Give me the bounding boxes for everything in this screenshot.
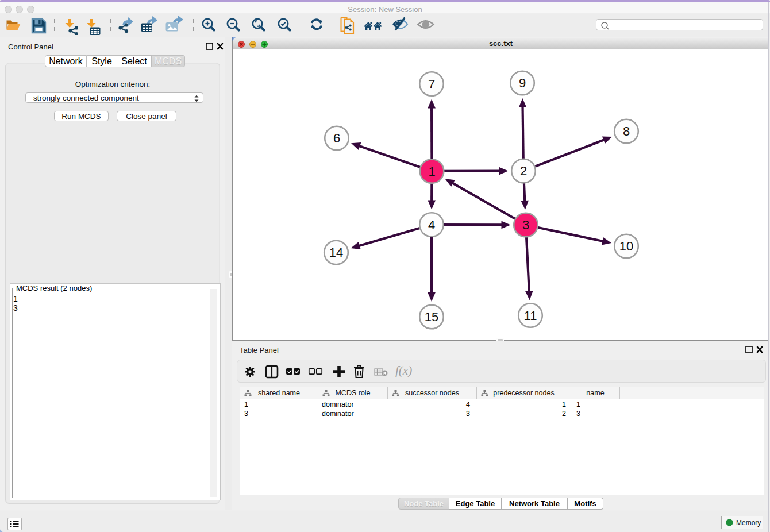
svg-text:8: 8 xyxy=(623,124,630,138)
svg-text:15: 15 xyxy=(425,310,438,324)
svg-text:6: 6 xyxy=(333,131,340,145)
svg-text:10: 10 xyxy=(619,239,633,253)
svg-text:2: 2 xyxy=(520,164,527,178)
svg-text:11: 11 xyxy=(524,309,537,323)
svg-text:1: 1 xyxy=(428,164,435,179)
svg-text:14: 14 xyxy=(329,245,343,260)
svg-text:9: 9 xyxy=(519,76,526,90)
svg-text:7: 7 xyxy=(428,77,435,91)
svg-text:4: 4 xyxy=(428,218,435,232)
svg-text:3: 3 xyxy=(522,218,529,232)
